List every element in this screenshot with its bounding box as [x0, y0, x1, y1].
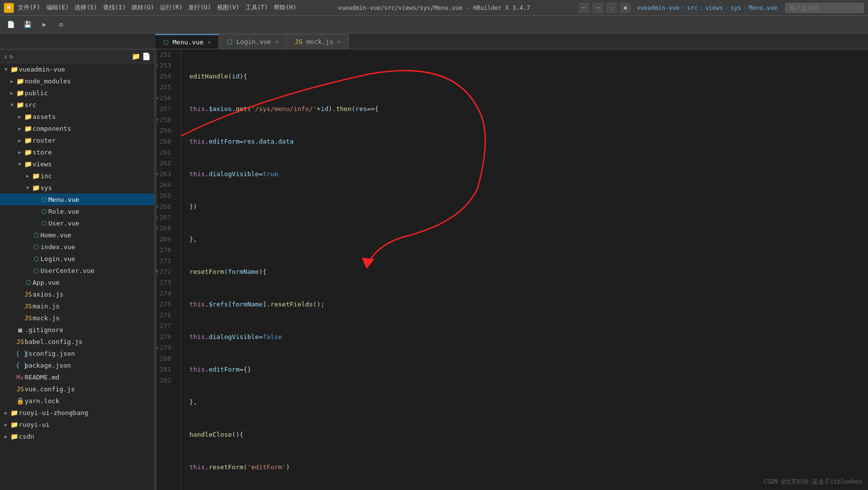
- tree-mock-js[interactable]: ▶ JS mock.js: [0, 312, 154, 324]
- run-button[interactable]: ▶: [37, 18, 51, 32]
- tree-index-vue[interactable]: ▶ ⬡ index.vue: [0, 241, 154, 253]
- tab-mock-js-close[interactable]: ×: [337, 38, 341, 45]
- menu-jump[interactable]: 跳转(G): [132, 3, 154, 12]
- csdn-label: csdn: [19, 433, 34, 440]
- code-editor[interactable]: 252 253 254 255 256 257 258 259 260 261 …: [157, 49, 868, 490]
- menu-view[interactable]: 视图(V): [217, 3, 240, 12]
- tab-login-vue-close[interactable]: ×: [275, 38, 279, 45]
- ln-255: 255: [157, 82, 175, 93]
- ln-263: 263: [157, 169, 175, 180]
- nav-back-button[interactable]: ←: [579, 2, 589, 13]
- usercenter-vue-label: UserCenter.vue: [40, 267, 95, 274]
- breadcrumb-file[interactable]: Menu.vue: [749, 4, 777, 11]
- assets-arrow: ▶: [16, 114, 24, 119]
- tree-main-js[interactable]: ▶ JS main.js: [0, 300, 154, 312]
- menu-tools[interactable]: 工具(T): [246, 3, 268, 12]
- tree-menu-vue[interactable]: ▶ ⬡ Menu.vue: [0, 193, 154, 205]
- code-line-259: this.$refs[formName].resetFields();: [189, 299, 868, 310]
- menu-bar[interactable]: 文件(F) 编辑(E) 选择(S) 查找(I) 跳转(G) 运行(R) 发行(U…: [18, 3, 296, 12]
- tree-babel-config[interactable]: ▶ JS babel.config.js: [0, 336, 154, 347]
- tab-menu-vue[interactable]: ⬡ Menu.vue ×: [155, 34, 219, 49]
- nav-buttons: ← → ☆ ●: [579, 2, 631, 13]
- history-button[interactable]: ●: [620, 2, 631, 13]
- tree-sys[interactable]: ▼ 📁 sys: [0, 182, 154, 193]
- ln-269: 269: [157, 234, 175, 245]
- code-area: 252 253 254 255 256 257 258 259 260 261 …: [157, 49, 868, 490]
- ln-257: 257: [157, 104, 175, 114]
- menu-publish[interactable]: 发行(U): [188, 3, 211, 12]
- menu-select[interactable]: 选择(S): [74, 3, 97, 12]
- collapse-all-icon[interactable]: ↓: [4, 53, 7, 60]
- new-file-icon[interactable]: 📄: [142, 52, 150, 60]
- tree-components[interactable]: ▶ 📁 components: [0, 122, 154, 134]
- menu-help[interactable]: 帮助(H): [274, 3, 296, 12]
- tree-store[interactable]: ▶ 📁 store: [0, 146, 154, 158]
- tree-inc[interactable]: ▶ 📁 inc: [0, 170, 154, 182]
- breadcrumb-root[interactable]: vueadmin-vue: [637, 4, 680, 11]
- public-folder-icon: 📁: [16, 89, 25, 97]
- tree-jsconfig[interactable]: ▶ { } jsconfig.json: [0, 347, 154, 359]
- tree-ruoyi-ui[interactable]: ▶ 📁 ruoyi-ui: [0, 418, 154, 430]
- tree-package-json[interactable]: ▶ { } package.json: [0, 359, 154, 371]
- refresh-icon[interactable]: ↻: [9, 53, 13, 60]
- ln-258: 258: [157, 114, 175, 125]
- sys-label: sys: [40, 184, 52, 191]
- tree-home-vue[interactable]: ▶ ⬡ Home.vue: [0, 229, 154, 241]
- tree-assets[interactable]: ▶ 📁 assets: [0, 111, 154, 122]
- tab-mock-js[interactable]: JS mock.js ×: [287, 34, 349, 49]
- tree-src[interactable]: ▼ 📁 src: [0, 99, 154, 111]
- csdn-folder-icon: 📁: [10, 433, 19, 440]
- file-search-input[interactable]: [785, 3, 864, 13]
- app-logo: H: [4, 3, 14, 13]
- new-folder-icon[interactable]: 📁: [132, 52, 140, 60]
- tree-root[interactable]: ▼ 📁 vueadmin-vue: [0, 63, 154, 75]
- tree-gitignore[interactable]: ▶ ■ .gitignore: [0, 324, 154, 336]
- tree-csdn[interactable]: ▶ 📁 csdn: [0, 430, 154, 442]
- breadcrumb-views[interactable]: views: [705, 4, 723, 11]
- tree-user-vue[interactable]: ▶ ⬡ User.vue: [0, 217, 154, 229]
- tree-login-vue[interactable]: ▶ ⬡ Login.vue: [0, 253, 154, 264]
- tree-ruoyi-zhongbang[interactable]: ▶ 📁 ruoyi-ui-zhongbang: [0, 407, 154, 418]
- tree-axios-js[interactable]: ▶ JS axios.js: [0, 288, 154, 300]
- tree-views[interactable]: ▼ 📁 views: [0, 158, 154, 170]
- tree-node-modules[interactable]: ▶ 📁 node_modules: [0, 75, 154, 87]
- debug-button[interactable]: ⚙: [54, 18, 68, 32]
- main-layout: ↓ ↻ 📁 📄 ▼ 📁 vueadmin-vue ▶ 📁 node_module…: [0, 49, 868, 490]
- bookmark-button[interactable]: ☆: [606, 2, 617, 13]
- tree-public[interactable]: ▶ 📁 public: [0, 87, 154, 99]
- menu-edit[interactable]: 编辑(E): [46, 3, 69, 12]
- code-line-262: },: [189, 397, 868, 408]
- root-arrow: ▼: [2, 67, 10, 72]
- csdn-arrow: ▶: [2, 434, 10, 439]
- tree-role-vue[interactable]: ▶ ⬡ Role.vue: [0, 205, 154, 217]
- tab-login-vue[interactable]: ⬡ Login.vue ×: [219, 34, 287, 49]
- breadcrumb-src[interactable]: src: [687, 4, 698, 11]
- breadcrumb-sys[interactable]: sys: [730, 4, 741, 11]
- tab-mock-js-label: mock.js: [306, 38, 333, 45]
- ruoyi-ui-arrow: ▶: [2, 422, 10, 427]
- ln-273: 273: [157, 277, 175, 288]
- save-button[interactable]: 💾: [21, 18, 35, 32]
- code-line-258: resetForm(formName) {: [189, 266, 868, 277]
- tree-router[interactable]: ▶ 📁 router: [0, 134, 154, 146]
- mock-js-icon: JS: [24, 314, 33, 322]
- code-content[interactable]: editHandle(id){ this.$axios.get('/sys/me…: [181, 49, 868, 490]
- tree-readme[interactable]: ▶ M↓ README.md: [0, 371, 154, 383]
- new-file-button[interactable]: 📄: [4, 18, 18, 32]
- components-arrow: ▶: [16, 126, 24, 131]
- code-line-260: this.dialogVisible = false: [189, 332, 868, 342]
- tree-yarn-lock[interactable]: ▶ 🔒 yarn.lock: [0, 395, 154, 407]
- tree-usercenter-vue[interactable]: ▶ ⬡ UserCenter.vue: [0, 264, 154, 276]
- menu-run[interactable]: 运行(R): [160, 3, 182, 12]
- tree-app-vue[interactable]: ▶ ⬡ App.vue: [0, 276, 154, 288]
- ln-276: 276: [157, 310, 175, 321]
- menu-file[interactable]: 文件(F): [18, 3, 40, 12]
- nav-forward-button[interactable]: →: [592, 2, 603, 13]
- ln-266: 266: [157, 201, 175, 212]
- editor-tabs: ⬡ Menu.vue × ⬡ Login.vue × JS mock.js ×: [0, 34, 868, 49]
- public-arrow: ▶: [8, 90, 16, 96]
- menu-find[interactable]: 查找(I): [103, 3, 126, 12]
- jsconfig-json-icon: { }: [16, 350, 25, 357]
- tab-menu-vue-close[interactable]: ×: [208, 39, 211, 45]
- tree-vue-config[interactable]: ▶ JS vue.config.js: [0, 383, 154, 395]
